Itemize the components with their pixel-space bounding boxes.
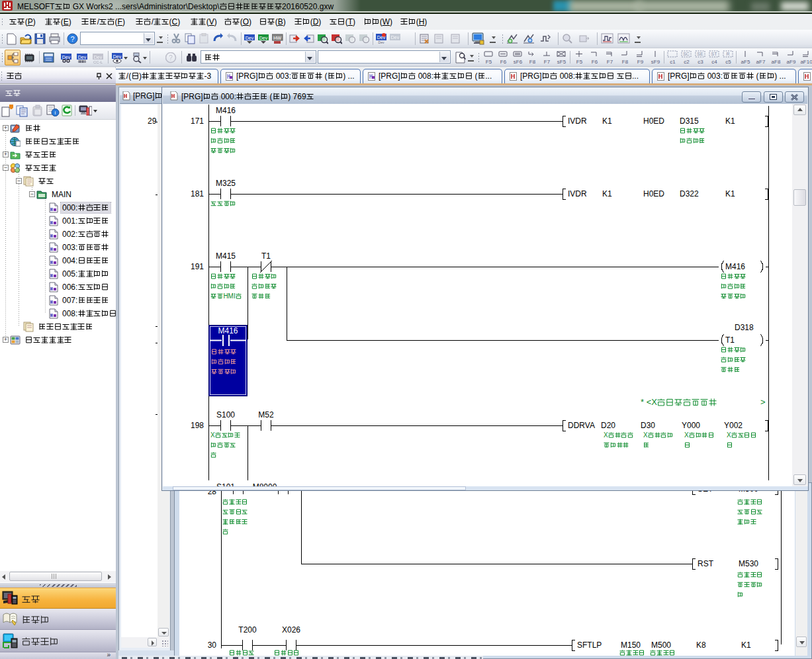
svg-text:i: i [55,110,56,116]
svg-text:?: ? [70,35,74,43]
svg-text:R: R [726,52,729,56]
svg-text:ST: ST [711,52,718,56]
svg-text:Dev: Dev [391,35,400,40]
svg-text:SE: SE [697,52,703,56]
svg-text:Dev: Dev [113,54,122,59]
svg-text:HW: HW [273,36,281,40]
svg-text:Dev: Dev [379,40,384,44]
svg-text:CC-L: CC-L [93,60,103,64]
svg-text:Dev: Dev [78,55,87,60]
svg-text:SC: SC [683,52,690,56]
svg-text:Dev: Dev [377,35,386,40]
svg-text:Dev: Dev [94,55,103,60]
svg-text:Dev: Dev [246,36,254,40]
svg-text:?: ? [169,54,173,62]
svg-text:Dev: Dev [259,36,268,40]
svg-text:Dev: Dev [62,55,71,60]
